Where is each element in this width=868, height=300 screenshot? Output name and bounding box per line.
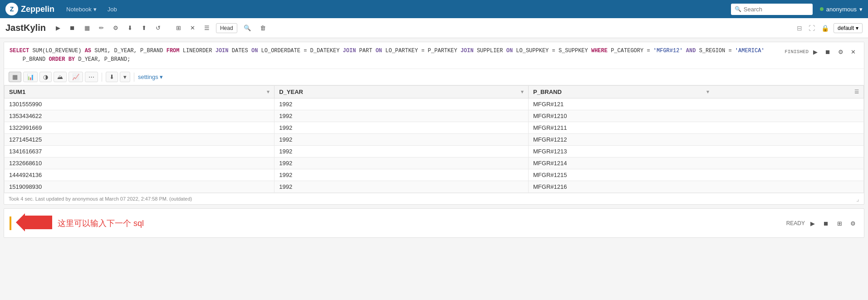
export-button[interactable]: ⬆ bbox=[139, 23, 149, 33]
table-cell: MFGR#1210 bbox=[529, 110, 864, 122]
settings-link-btn[interactable]: settings ▾ bbox=[138, 74, 163, 80]
table-row: 13416166371992MFGR#1213 bbox=[5, 146, 864, 157]
table-cell: 1232668610 bbox=[5, 157, 275, 169]
pie-chart-btn[interactable]: ◑ bbox=[39, 72, 52, 82]
svg-marker-0 bbox=[16, 213, 52, 231]
table-cell: MFGR#1216 bbox=[529, 181, 864, 193]
data-table-wrap: SUM1 ▾ D_YEAR ▾ P_BRAND ▾ bbox=[4, 85, 864, 193]
bottom-settings-button[interactable]: ⚙ bbox=[848, 218, 858, 228]
orange-bar-indicator bbox=[10, 216, 11, 230]
area-chart-btn[interactable]: ⛰ bbox=[54, 72, 67, 82]
search-input[interactable] bbox=[731, 4, 813, 15]
sql-actions: FINISHED ▶ ⏹ ⚙ ✕ bbox=[781, 47, 858, 57]
table-row: 14449241361992MFGR#1215 bbox=[5, 169, 864, 181]
table-cell: 1341616637 bbox=[5, 146, 275, 157]
sql-hint-text: 这里可以输入下一个 sql bbox=[58, 218, 858, 229]
download-arrow-btn[interactable]: ▾ bbox=[120, 72, 130, 82]
ready-label: READY bbox=[786, 220, 805, 226]
sql-status: FINISHED bbox=[785, 48, 809, 56]
table-cell: 1301555990 bbox=[5, 98, 275, 110]
line-chart-icon: 📈 bbox=[72, 74, 79, 80]
user-chevron-icon: ▾ bbox=[859, 6, 863, 13]
sql-settings-button[interactable]: ⚙ bbox=[835, 47, 846, 57]
edit-button[interactable]: ✏ bbox=[96, 23, 107, 33]
sql-editor: SELECT SUM(LO_REVENUE) AS SUM1, D_YEAR, … bbox=[4, 42, 864, 69]
table-row: 12714541251992MFGR#1212 bbox=[5, 134, 864, 146]
table-cell: 1992 bbox=[275, 169, 529, 181]
table-cell: 1271454125 bbox=[5, 134, 275, 146]
zeppelin-logo: Z bbox=[5, 3, 18, 15]
download-btn[interactable]: ⬇ bbox=[106, 72, 118, 82]
resize-handle[interactable]: ⌟ bbox=[856, 195, 859, 202]
table-row: 13534346221992MFGR#1210 bbox=[5, 110, 864, 122]
bottom-paragraph[interactable]: 这里可以输入下一个 sql READY ▶ ⏹ ⊞ ⚙ bbox=[4, 208, 864, 238]
bottom-run-button[interactable]: ▶ bbox=[808, 218, 818, 228]
trash-button[interactable]: 🗑 bbox=[257, 23, 269, 33]
pie-chart-icon: ◑ bbox=[43, 74, 48, 80]
status-text: Took 4 sec. Last updated by anonymous at… bbox=[9, 196, 192, 202]
settings-chevron-icon: ▾ bbox=[160, 74, 163, 80]
table-cell: 1992 bbox=[275, 98, 529, 110]
bar-chart-btn[interactable]: 📊 bbox=[23, 72, 38, 82]
sql-run-button[interactable]: ▶ bbox=[810, 47, 820, 57]
table-cell: MFGR#1215 bbox=[529, 169, 864, 181]
bottom-stop-button[interactable]: ⏹ bbox=[820, 218, 832, 228]
red-arrow-icon bbox=[16, 213, 52, 231]
user-menu[interactable]: anonymous ▾ bbox=[820, 6, 863, 13]
topnav-notebook[interactable]: Notebook ▾ bbox=[62, 3, 101, 15]
table-cell: MFGR#121 bbox=[529, 98, 864, 110]
table-cell: 1353434622 bbox=[5, 110, 275, 122]
head-button[interactable]: Head bbox=[216, 23, 237, 33]
table-cell: MFGR#1214 bbox=[529, 157, 864, 169]
arrow-hint bbox=[16, 213, 52, 233]
toolbar-divider bbox=[102, 73, 102, 82]
bar-chart-icon: 📊 bbox=[27, 74, 34, 80]
line-chart-btn[interactable]: 📈 bbox=[69, 72, 83, 82]
search-icon: 🔍 bbox=[735, 6, 741, 12]
sql-stop-button[interactable]: ⏹ bbox=[822, 47, 834, 57]
grid-button[interactable]: ⊞ bbox=[173, 23, 184, 33]
run-button[interactable]: ▶ bbox=[53, 23, 63, 33]
default-chevron-icon: ▾ bbox=[856, 25, 858, 31]
sql-select-kw: SELECT bbox=[10, 48, 29, 54]
remove-button[interactable]: ✕ bbox=[187, 23, 198, 33]
chevron-down-icon: ▾ bbox=[93, 6, 97, 13]
default-button[interactable]: default ▾ bbox=[834, 23, 863, 33]
table-cell: 1992 bbox=[275, 181, 529, 193]
status-bar: Took 4 sec. Last updated by anonymous at… bbox=[4, 193, 864, 204]
col-sort-icon-dyear[interactable]: ▾ bbox=[521, 89, 524, 95]
table-cell: 1519098930 bbox=[5, 181, 275, 193]
topnav: Z Zeppelin Notebook ▾ Job 🔍 anonymous ▾ bbox=[0, 0, 868, 18]
scatter-chart-btn[interactable]: ⋯ bbox=[85, 72, 98, 82]
stop-button[interactable]: ⏹ bbox=[67, 23, 78, 33]
table-body: 13015559901992MFGR#12113534346221992MFGR… bbox=[5, 98, 864, 193]
scatter-icon: ⋯ bbox=[88, 74, 94, 80]
table-cell: 1444924136 bbox=[5, 169, 275, 181]
settings-button[interactable]: ⚙ bbox=[110, 23, 121, 33]
col-sort-icon-sum1[interactable]: ▾ bbox=[267, 89, 270, 95]
fullscreen-icon[interactable]: ⛶ bbox=[807, 24, 817, 33]
table-row: 13015559901992MFGR#121 bbox=[5, 98, 864, 110]
refresh-button[interactable]: ↺ bbox=[153, 23, 163, 33]
col-sort-icon-pbrand[interactable]: ▾ bbox=[706, 89, 709, 95]
topnav-links: Notebook ▾ Job bbox=[62, 3, 122, 15]
topnav-job[interactable]: Job bbox=[103, 3, 122, 15]
table-cell: MFGR#1213 bbox=[529, 146, 864, 157]
bottom-layout-button[interactable]: ⊞ bbox=[834, 218, 845, 228]
notebook-title: JastKylin bbox=[5, 23, 46, 33]
brand-logo[interactable]: Z Zeppelin bbox=[5, 3, 54, 15]
table-view-btn[interactable]: ▦ bbox=[9, 72, 21, 82]
layout-icon[interactable]: ⊟ bbox=[795, 24, 804, 33]
result-table: SUM1 ▾ D_YEAR ▾ P_BRAND ▾ bbox=[4, 85, 864, 193]
import-button[interactable]: ⬇ bbox=[125, 23, 135, 33]
menu-button[interactable]: ☰ bbox=[201, 23, 212, 33]
nb-right-icons: ⊟ ⛶ 🔒 default ▾ bbox=[795, 23, 863, 33]
sql-close-button[interactable]: ✕ bbox=[848, 47, 858, 57]
table-cell: MFGR#1211 bbox=[529, 122, 864, 134]
notebook-bar: JastKylin ▶ ⏹ ▦ ✏ ⚙ ⬇ ⬆ ↺ ⊞ ✕ ☰ Head 🔍 🗑… bbox=[0, 18, 868, 38]
col-menu-icon[interactable]: ☰ bbox=[854, 89, 859, 95]
sql-text: SELECT SUM(LO_REVENUE) AS SUM1, D_YEAR, … bbox=[10, 47, 781, 64]
lock-icon[interactable]: 🔒 bbox=[819, 24, 831, 33]
search-paragraph-button[interactable]: 🔍 bbox=[241, 23, 254, 33]
table-view-button[interactable]: ▦ bbox=[82, 23, 93, 33]
